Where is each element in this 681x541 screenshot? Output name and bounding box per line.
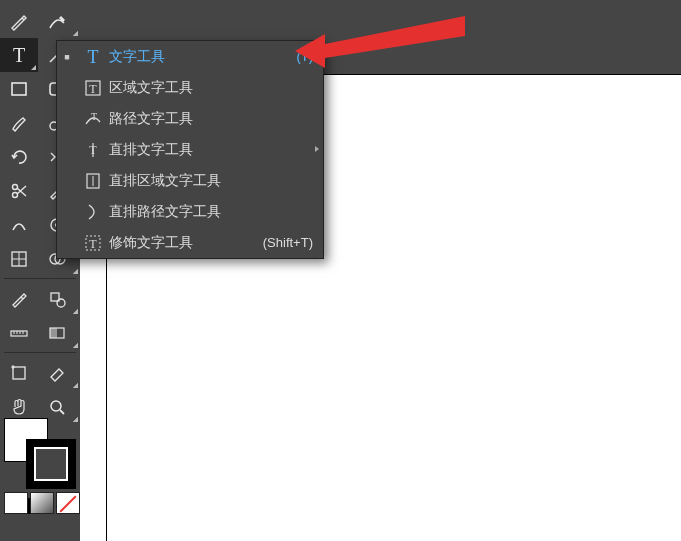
mesh-tool[interactable]	[0, 242, 38, 276]
curvature-pen-icon	[47, 11, 67, 31]
color-swatch-area	[0, 415, 80, 503]
svg-point-26	[51, 401, 61, 411]
svg-rect-23	[13, 367, 25, 379]
tool-row	[0, 316, 80, 350]
curvature-pen-tool[interactable]	[38, 4, 76, 38]
type-T-icon: T	[77, 47, 109, 67]
rotate-icon	[9, 147, 29, 167]
eraser-tool[interactable]	[38, 356, 76, 390]
eyedropper-tool[interactable]	[0, 282, 38, 316]
flyout-item-area-type[interactable]: T 区域文字工具	[57, 72, 323, 103]
paintbrush-tool[interactable]	[0, 106, 38, 140]
svg-rect-22	[50, 328, 57, 338]
svg-line-27	[60, 410, 64, 414]
paintbrush-icon	[9, 113, 29, 133]
rectangle-icon	[9, 79, 29, 99]
vert-type-icon: T	[77, 140, 109, 160]
tool-row	[0, 282, 80, 316]
flyout-item-vertical-area-type[interactable]: 直排区域文字工具	[57, 165, 323, 196]
svg-text:T: T	[89, 82, 97, 96]
touch-type-icon: T	[77, 233, 109, 253]
scissors-icon	[9, 181, 29, 201]
mesh-icon	[9, 249, 29, 269]
flyout-item-type[interactable]: ■ T 文字工具 (T)	[57, 41, 323, 72]
flyout-label: 直排路径文字工具	[109, 203, 243, 221]
measure-tool[interactable]	[0, 316, 38, 350]
flyout-label: 区域文字工具	[109, 79, 243, 97]
eyedropper-icon	[9, 289, 29, 309]
gradient-tool[interactable]	[38, 316, 76, 350]
flyout-label: 直排文字工具	[109, 141, 243, 159]
flyout-shortcut: (Shift+T)	[243, 235, 323, 250]
submenu-arrow-icon	[315, 146, 319, 152]
svg-text:T: T	[89, 237, 97, 251]
area-type-icon: T	[77, 78, 109, 98]
flyout-item-vertical-path-type[interactable]: 直排路径文字工具	[57, 196, 323, 227]
svg-text:T: T	[89, 143, 97, 157]
svg-rect-2	[12, 83, 26, 95]
warp-tool[interactable]	[0, 208, 38, 242]
scissors-tool[interactable]	[0, 174, 38, 208]
warp-icon	[9, 215, 29, 235]
svg-point-15	[57, 299, 65, 307]
tool-row	[0, 4, 80, 38]
liveshape-icon	[47, 289, 67, 309]
gradient-icon	[47, 323, 67, 343]
liveshape-tool[interactable]	[38, 282, 76, 316]
active-dot-icon: ■	[57, 52, 77, 62]
flyout-label: 文字工具	[109, 48, 243, 66]
artboard-icon	[9, 363, 29, 383]
eraser-icon	[47, 363, 67, 383]
svg-text:T: T	[13, 44, 25, 66]
vert-area-type-icon	[77, 171, 109, 191]
tool-row	[0, 356, 80, 390]
stroke-swatch[interactable]	[26, 439, 76, 489]
svg-point-5	[13, 185, 18, 190]
artboard-tool[interactable]	[0, 356, 38, 390]
rectangle-tool[interactable]	[0, 72, 38, 106]
rotate-tool[interactable]	[0, 140, 38, 174]
pen-tool[interactable]	[0, 4, 38, 38]
svg-text:T: T	[88, 47, 99, 67]
flyout-label: 路径文字工具	[109, 110, 243, 128]
flyout-item-path-type[interactable]: T 路径文字工具	[57, 103, 323, 134]
color-solid[interactable]	[4, 492, 28, 514]
type-tool[interactable]: T	[0, 38, 38, 72]
svg-point-6	[13, 193, 18, 198]
flyout-label: 修饰文字工具	[109, 234, 243, 252]
color-none[interactable]	[56, 492, 80, 514]
color-mode-row	[4, 492, 80, 514]
tool-separator	[4, 352, 76, 353]
flyout-item-vertical-type[interactable]: T 直排文字工具	[57, 134, 323, 165]
vert-path-type-icon	[77, 202, 109, 222]
svg-text:T: T	[91, 111, 97, 122]
flyout-item-touch-type[interactable]: T 修饰文字工具 (Shift+T)	[57, 227, 323, 258]
flyout-label: 直排区域文字工具	[109, 172, 243, 190]
hand-icon	[9, 397, 29, 417]
flyout-shortcut: (T)	[243, 49, 323, 64]
color-gradient[interactable]	[30, 492, 54, 514]
pen-icon	[9, 11, 29, 31]
svg-rect-16	[11, 331, 27, 336]
tool-separator	[4, 278, 76, 279]
measure-icon	[9, 323, 29, 343]
path-type-icon: T	[77, 109, 109, 129]
zoom-icon	[47, 397, 67, 417]
type-tool-flyout: ■ T 文字工具 (T) T 区域文字工具 T 路径文字工具 T 直排文字工具 …	[56, 40, 324, 259]
type-icon: T	[8, 44, 30, 66]
